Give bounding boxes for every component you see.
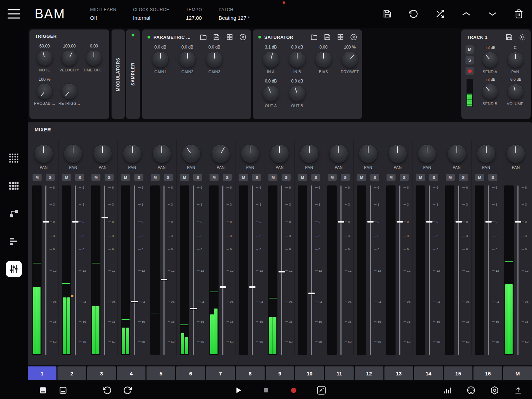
channel-solo-button[interactable]: S <box>282 174 291 181</box>
play-icon[interactable] <box>233 385 243 395</box>
channel-pan-knob[interactable] <box>271 145 289 163</box>
save-preset-icon[interactable] <box>323 33 331 41</box>
fader-handle[interactable] <box>338 221 344 223</box>
velocity-knob[interactable] <box>62 51 77 66</box>
save-icon[interactable] <box>382 8 393 19</box>
channel-mute-button[interactable]: M <box>210 174 219 181</box>
track-button-11[interactable]: 11 <box>325 366 354 380</box>
channel-pan-knob[interactable] <box>418 145 436 163</box>
patch-field[interactable]: PATCH Beating 127 * <box>219 7 250 21</box>
close-icon[interactable] <box>349 33 358 41</box>
channel-pan-knob[interactable] <box>448 145 466 163</box>
track-button-8[interactable]: 8 <box>236 366 265 380</box>
fader-track[interactable] <box>163 185 165 355</box>
undo-icon[interactable] <box>408 8 419 19</box>
channel-pan-knob[interactable] <box>477 145 495 163</box>
pads-view-icon[interactable] <box>38 385 48 395</box>
track-button-4[interactable]: 4 <box>117 366 145 380</box>
chevron-up-icon[interactable] <box>461 8 472 19</box>
retrigger-knob[interactable] <box>62 84 77 99</box>
track-pan-knob[interactable] <box>508 52 523 68</box>
channel-pan-knob[interactable] <box>153 145 171 163</box>
fader-handle[interactable] <box>397 221 403 223</box>
tab-sampler[interactable]: SAMPLER <box>126 29 140 119</box>
fader-handle[interactable] <box>249 286 256 288</box>
out-b-knob[interactable] <box>289 86 305 102</box>
fader-track[interactable] <box>488 185 489 355</box>
fader-handle[interactable] <box>308 293 315 294</box>
channel-mute-button[interactable]: M <box>475 174 484 181</box>
note-knob[interactable] <box>37 51 52 66</box>
track-button-6[interactable]: 6 <box>176 366 205 380</box>
track-button-10[interactable]: 10 <box>295 366 324 380</box>
fader-handle[interactable] <box>455 221 462 223</box>
fader-handle[interactable] <box>43 221 49 223</box>
gain1-knob[interactable] <box>152 52 168 68</box>
track-button-3[interactable]: 3 <box>87 366 116 380</box>
tab-modulators[interactable]: MODULATORS <box>112 29 125 119</box>
channel-pan-knob[interactable] <box>507 145 525 163</box>
channel-solo-button[interactable]: S <box>400 174 409 181</box>
channel-mute-button[interactable]: M <box>446 174 455 181</box>
channel-pan-knob[interactable] <box>359 145 377 163</box>
stop-icon[interactable] <box>261 385 271 395</box>
folder-icon[interactable] <box>310 33 318 41</box>
fader-handle[interactable] <box>367 221 374 223</box>
channel-pan-knob[interactable] <box>35 145 53 163</box>
channel-solo-button[interactable]: S <box>252 174 261 181</box>
track-button-13[interactable]: 13 <box>384 366 413 380</box>
fader-handle[interactable] <box>131 301 138 302</box>
track-button-7[interactable]: 7 <box>206 366 235 380</box>
fader-handle[interactable] <box>426 221 433 223</box>
channel-mute-button[interactable]: M <box>239 174 248 181</box>
fader-track[interactable] <box>340 185 342 355</box>
settings-icon[interactable] <box>490 385 499 395</box>
parametric-enabled-dot[interactable] <box>148 36 150 38</box>
channel-solo-button[interactable]: S <box>459 174 468 181</box>
channel-mute-button[interactable]: M <box>357 174 366 181</box>
save-track-icon[interactable] <box>505 33 513 41</box>
fader-handle[interactable] <box>220 286 226 288</box>
track-mute-button[interactable]: M <box>466 45 474 54</box>
record-icon[interactable] <box>289 385 299 395</box>
channel-pan-knob[interactable] <box>182 145 200 163</box>
track-volume-knob[interactable] <box>508 84 523 99</box>
channel-pan-knob[interactable] <box>94 145 112 163</box>
track-button-16[interactable]: 16 <box>473 366 502 380</box>
master-track-button[interactable]: M <box>503 366 532 380</box>
fader-track[interactable] <box>281 185 282 355</box>
channel-pan-knob[interactable] <box>389 145 407 163</box>
track-button-1[interactable]: 1 <box>28 366 56 380</box>
sidebar-item-sequencer[interactable] <box>6 178 22 194</box>
randomize-icon[interactable] <box>434 8 445 19</box>
redo-icon[interactable] <box>123 385 132 395</box>
midi-icon[interactable] <box>466 385 476 395</box>
fader-track[interactable] <box>311 185 312 355</box>
export-icon[interactable] <box>513 385 523 395</box>
sidebar-item-song[interactable] <box>6 233 22 249</box>
undo-icon[interactable] <box>103 385 112 395</box>
sidebar-item-mixer[interactable] <box>6 261 22 277</box>
channel-solo-button[interactable]: S <box>164 174 173 181</box>
channel-solo-button[interactable]: S <box>429 174 438 181</box>
channel-mute-button[interactable]: M <box>328 174 337 181</box>
bias-knob[interactable] <box>316 52 331 68</box>
fader-handle[interactable] <box>190 308 197 309</box>
track-solo-button[interactable]: S <box>466 56 474 64</box>
fader-handle[interactable] <box>485 221 492 223</box>
channel-pan-knob[interactable] <box>241 145 259 163</box>
probability-knob[interactable] <box>37 84 52 99</box>
channel-solo-button[interactable]: S <box>134 174 143 181</box>
save-preset-icon[interactable] <box>212 33 221 41</box>
fader-track[interactable] <box>75 185 76 355</box>
fader-handle[interactable] <box>278 271 285 272</box>
close-icon[interactable] <box>239 33 247 41</box>
fader-handle[interactable] <box>101 217 108 218</box>
in-a-knob[interactable] <box>263 52 279 68</box>
channel-pan-knob[interactable] <box>123 145 141 163</box>
tempo-field[interactable]: TEMPO 127.00 <box>186 7 202 21</box>
channel-pan-knob[interactable] <box>300 145 318 163</box>
channel-pan-knob[interactable] <box>212 145 230 163</box>
fader-track[interactable] <box>429 185 430 355</box>
fader-track[interactable] <box>193 185 194 355</box>
